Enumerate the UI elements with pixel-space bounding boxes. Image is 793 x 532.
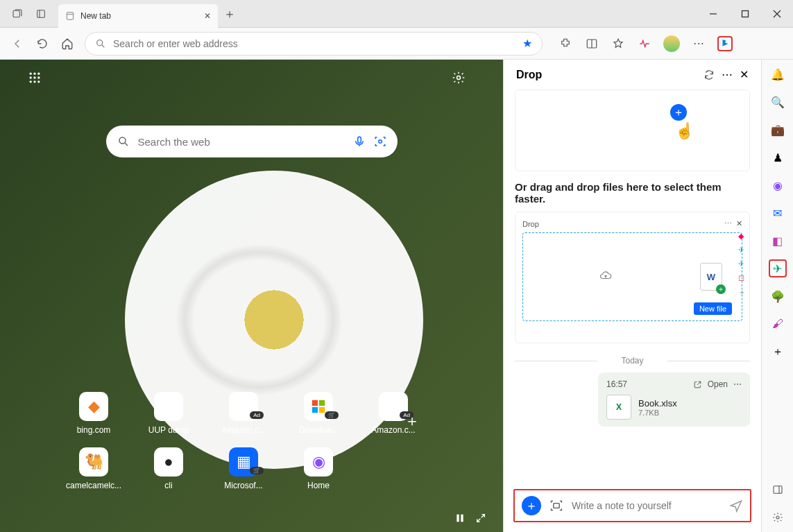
drop-panel: Drop ⋯ ✕ ＋ ☝ Or drag and drop files here… <box>503 60 761 532</box>
tools-icon[interactable]: 💼 <box>769 121 787 139</box>
refresh-button[interactable] <box>35 36 50 51</box>
address-input[interactable] <box>113 38 515 49</box>
open-external-icon[interactable] <box>693 380 702 389</box>
quick-link[interactable]: 🐫camelcamelc... <box>62 447 125 490</box>
screenshot-icon[interactable] <box>549 499 563 513</box>
drag-drop-hint: Or drag and drop files here to select th… <box>515 181 750 205</box>
send-icon[interactable] <box>729 499 743 513</box>
new-tab-page: ◆bing.com 🗄UUP dump aAdAmazon.c... 🛒Down… <box>0 60 503 532</box>
home-button[interactable] <box>60 36 75 51</box>
svg-rect-24 <box>461 515 463 522</box>
expand-icon[interactable] <box>475 513 486 524</box>
extensions-icon[interactable] <box>558 36 573 51</box>
svg-rect-19 <box>312 400 318 406</box>
favorites-icon[interactable] <box>611 36 626 51</box>
efficiency-icon[interactable]: 🌳 <box>769 287 787 305</box>
drop-close-icon[interactable]: ✕ <box>740 68 749 81</box>
add-sidebar-icon[interactable]: ＋ <box>769 343 787 361</box>
vertical-tabs-icon[interactable] <box>33 6 49 22</box>
pointer-hand-icon: ☝ <box>675 122 694 140</box>
svg-point-27 <box>776 516 779 519</box>
svg-point-8 <box>37 73 40 75</box>
svg-point-9 <box>30 76 32 78</box>
drop-file-card[interactable]: 16:57 Open ⋯ X Book.xlsx 7.7KB <box>598 372 750 427</box>
note-input[interactable] <box>572 500 721 511</box>
word-doc-icon: W＋ <box>700 263 722 291</box>
image-creator-icon[interactable]: 🖌 <box>769 315 787 333</box>
svg-point-15 <box>457 76 461 80</box>
file-name: Book.xlsx <box>638 398 677 409</box>
svg-point-6 <box>30 73 32 75</box>
plus-icon: ＋ <box>670 104 687 121</box>
add-quick-link-button[interactable]: ＋ <box>404 411 420 431</box>
visual-search-icon[interactable] <box>374 135 386 148</box>
favorite-star-icon[interactable]: ★ <box>522 37 532 50</box>
quick-link[interactable]: ◆bing.com <box>62 392 125 435</box>
drop-illustration-2: Drop⋯✕ W＋ New file ◆✈✈◻＋ <box>515 212 750 343</box>
drop-sidebar-icon[interactable]: ✈ <box>769 259 787 277</box>
svg-point-18 <box>378 140 382 144</box>
open-label[interactable]: Open <box>708 379 728 389</box>
games-icon[interactable]: ♟ <box>769 148 787 166</box>
svg-rect-2 <box>67 12 73 19</box>
add-file-button[interactable]: ＋ <box>522 496 541 515</box>
search-sidebar-icon[interactable]: 🔍 <box>769 93 787 111</box>
sidebar-settings-icon[interactable] <box>769 508 787 526</box>
menu-dots-icon[interactable]: ⋯ <box>691 36 706 51</box>
title-bar: New tab ✕ ＋ <box>0 0 793 28</box>
pause-icon[interactable] <box>454 513 466 524</box>
excel-file-icon: X <box>606 395 631 420</box>
m365-icon[interactable]: ◉ <box>769 176 787 194</box>
outlook-icon[interactable]: ✉ <box>769 204 787 222</box>
tab-close-icon[interactable]: ✕ <box>204 11 211 21</box>
close-window-button[interactable] <box>761 0 793 28</box>
edge-sidebar: 🔔 🔍 💼 ♟ ◉ ✉ ◧ ✈ 🌳 🖌 ＋ <box>761 60 793 532</box>
voice-search-icon[interactable] <box>353 135 366 148</box>
page-settings-icon[interactable] <box>452 71 466 85</box>
designer-icon[interactable]: ◧ <box>769 232 787 250</box>
back-button[interactable] <box>10 36 25 51</box>
browser-tab[interactable]: New tab ✕ <box>58 4 218 28</box>
svg-rect-1 <box>37 10 45 17</box>
file-time: 16:57 <box>606 379 688 389</box>
search-icon <box>95 38 106 49</box>
svg-rect-17 <box>357 137 361 143</box>
svg-point-7 <box>33 73 35 75</box>
refresh-drop-icon[interactable] <box>704 69 715 80</box>
quick-links-grid: ◆bing.com 🗄UUP dump aAdAmazon.c... 🛒Down… <box>62 392 475 490</box>
drop-illustration-1: ＋ ☝ <box>515 89 750 171</box>
drop-menu-icon[interactable]: ⋯ <box>722 68 733 81</box>
svg-point-13 <box>33 80 35 83</box>
toolbar: ★ ⋯ <box>0 28 793 60</box>
address-bar[interactable]: ★ <box>85 32 543 55</box>
web-search-input[interactable] <box>138 136 345 148</box>
quick-link[interactable]: ◉Home <box>287 447 350 490</box>
bing-chat-button[interactable] <box>717 36 733 51</box>
svg-rect-23 <box>457 515 459 522</box>
drop-title: Drop <box>516 69 697 81</box>
new-tab-button[interactable]: ＋ <box>223 6 236 22</box>
web-search-bar[interactable] <box>106 126 398 157</box>
app-launcher-icon[interactable] <box>28 71 42 85</box>
quick-link[interactable]: 🛒Downloa... <box>287 392 350 435</box>
hide-sidebar-icon[interactable] <box>769 481 787 499</box>
minimize-button[interactable] <box>697 0 729 28</box>
performance-icon[interactable] <box>637 36 652 51</box>
maximize-button[interactable] <box>729 0 761 28</box>
svg-rect-0 <box>13 10 19 17</box>
workspaces-icon[interactable] <box>10 6 25 22</box>
svg-rect-21 <box>312 407 318 413</box>
quick-link[interactable]: aAdAmazon.c... <box>212 392 275 435</box>
svg-point-12 <box>30 80 32 83</box>
quick-link[interactable]: ●cli <box>137 447 200 490</box>
svg-point-10 <box>33 76 35 78</box>
drop-compose-row: ＋ <box>513 489 751 522</box>
svg-point-4 <box>97 40 103 45</box>
split-screen-icon[interactable] <box>584 36 599 51</box>
svg-point-11 <box>37 76 40 78</box>
profile-avatar[interactable] <box>663 35 680 52</box>
notifications-icon[interactable]: 🔔 <box>769 65 787 83</box>
file-menu-icon[interactable]: ⋯ <box>733 379 742 389</box>
quick-link[interactable]: 🗄UUP dump <box>137 392 200 435</box>
quick-link[interactable]: ▦🛒Microsof... <box>212 447 275 490</box>
